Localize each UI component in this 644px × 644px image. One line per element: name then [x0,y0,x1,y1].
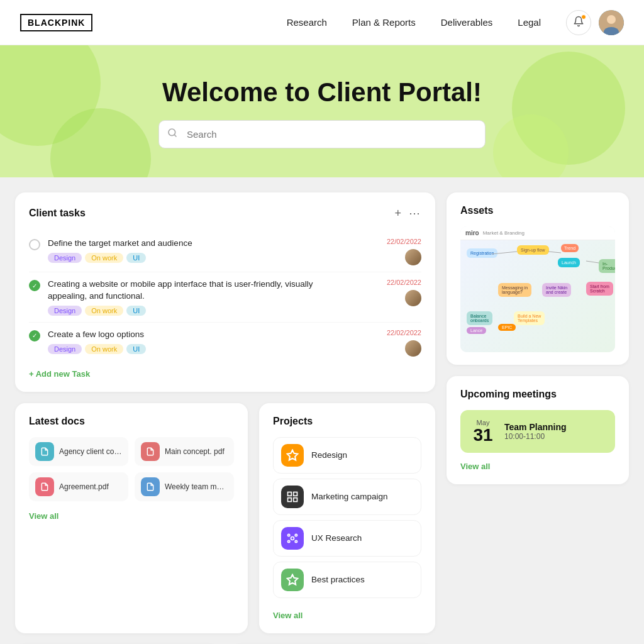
upcoming-meetings-header: Upcoming meetings [460,389,615,400]
doc-icon-2 [141,442,160,461]
card-actions: + ⋯ [393,205,421,221]
main-nav: Research Plan & Reports Deliverables Leg… [287,17,541,28]
latest-docs-view-all[interactable]: View all [29,511,58,521]
miro-node-6: Start fromScratch [586,282,613,296]
task-meta-2: 22/02/2022 [346,279,421,306]
avatar[interactable] [599,10,624,35]
meeting-title: Team Planning [504,422,567,432]
task-avatar-2 [405,290,421,306]
meeting-info: Team Planning 10:00-11:00 [504,422,567,441]
latest-docs-card: Latest docs Agency client contra... Main… [15,403,248,633]
miro-node-1: Registration [467,248,497,258]
task-tags-2: Design On work UI [48,306,338,316]
miro-node-3: Launch [558,258,580,267]
latest-docs-title: Latest docs [29,416,85,427]
header-actions [566,10,624,35]
nav-research[interactable]: Research [287,17,327,28]
task-checkbox-2[interactable]: ✓ [29,280,40,291]
miro-logo: miro [465,230,479,236]
list-item[interactable]: Agency client contra... [29,437,128,466]
doc-name-2: Main concept. pdf [165,447,225,456]
assets-card: Assets miro Market & Branding Registrati… [447,192,629,365]
task-text-1: Define the target market and audience [48,238,338,250]
logo[interactable]: BLACKPINK [20,14,92,31]
task-content-1: Define the target market and audience De… [48,238,338,263]
doc-name-4: Weekly team meetin... [165,482,228,491]
assets-preview[interactable]: miro Market & Branding Registration Sign… [460,226,615,352]
task-avatar-1 [405,249,421,265]
miro-node-5: Invite Nikinand create [542,283,571,297]
main-content: Client tasks + ⋯ Define the target marke… [0,177,644,644]
list-item[interactable]: UX Research [273,520,421,557]
task-tags-3: Design On work UI [48,344,338,354]
table-row: ✓ Create a few logo options Design On wo… [29,323,421,363]
svg-marker-5 [287,450,298,460]
miro-node-8: Build a NewTemplates [514,311,545,325]
list-item[interactable]: Agreement.pdf [29,472,128,501]
list-item[interactable]: Weekly team meetin... [135,472,234,501]
list-item[interactable]: Main concept. pdf [135,437,234,466]
svg-point-13 [288,540,290,542]
upcoming-meetings-card: Upcoming meetings May 31 Team Planning 1… [447,376,629,484]
task-tags-1: Design On work UI [48,253,338,263]
task-meta-1: 22/02/2022 [346,238,421,265]
nav-deliverables[interactable]: Deliverables [441,17,493,28]
notification-dot [581,14,586,19]
meeting-date-box: May 31 [470,419,496,444]
tag-ui-2: UI [126,306,146,316]
meetings-view-all[interactable]: View all [460,462,490,471]
task-checkbox-1[interactable] [29,239,40,250]
tag-design-3: Design [48,344,82,354]
svg-point-12 [295,534,297,536]
more-options-button[interactable]: ⋯ [408,205,421,221]
hero-title: Welcome to Client Portal! [162,77,482,108]
search-icon [167,128,177,140]
avatar-image [599,10,624,35]
client-tasks-header: Client tasks + ⋯ [29,205,421,221]
task-content-2: Creating a website or mobile app interfa… [48,279,338,316]
search-input[interactable] [158,120,486,148]
meeting-item[interactable]: May 31 Team Planning 10:00-11:00 [460,410,615,453]
left-column: Client tasks + ⋯ Define the target marke… [15,192,435,644]
tag-design: Design [48,253,82,263]
doc-name-1: Agency client contra... [59,447,122,456]
client-tasks-card: Client tasks + ⋯ Define the target marke… [15,192,435,392]
add-task-button[interactable]: + Add new Task [29,369,90,379]
client-tasks-title: Client tasks [29,208,86,219]
project-list: Redesign Marketing campaign UX Research [273,437,421,598]
nav-plan[interactable]: Plan & Reports [352,17,416,28]
task-date-3: 22/02/2022 [387,329,421,336]
miro-header: miro Market & Branding [460,226,615,240]
task-avatar-3 [405,340,421,357]
upcoming-meetings-title: Upcoming meetings [460,389,557,400]
assets-header: Assets [460,205,615,216]
miro-node-lance: Lance [467,327,486,334]
list-item[interactable]: Marketing campaign [273,479,421,515]
notifications-button[interactable] [566,10,591,35]
list-item[interactable]: Redesign [273,437,421,474]
svg-point-1 [607,15,616,24]
project-icon-ux [281,527,304,550]
nav-legal[interactable]: Legal [518,17,541,28]
tag-onwork-2: On work [85,306,123,316]
meeting-time: 10:00-11:00 [504,432,567,441]
table-row: ✓ Creating a website or mobile app inter… [29,272,421,323]
hero-section: Welcome to Client Portal! [0,45,644,177]
tag-onwork: On work [85,253,123,263]
list-item[interactable]: Best practices [273,562,421,598]
tag-ui: UI [126,253,146,263]
projects-view-all[interactable]: View all [273,611,303,620]
miro-node-trend: Trend [561,244,579,252]
project-name-marketing: Marketing campaign [311,492,388,501]
project-name-redesign: Redesign [311,450,347,460]
svg-line-16 [548,252,561,253]
task-text-3: Create a few logo options [48,329,338,341]
task-date-1: 22/02/2022 [387,238,421,245]
svg-point-11 [288,534,290,536]
project-icon-marketing [281,486,304,508]
add-task-icon-button[interactable]: + [393,206,402,221]
doc-name-3: Agreement.pdf [59,482,109,491]
miro-board: miro Market & Branding Registration Sign… [460,226,615,352]
task-checkbox-3[interactable]: ✓ [29,330,40,341]
latest-docs-header: Latest docs [29,416,234,427]
